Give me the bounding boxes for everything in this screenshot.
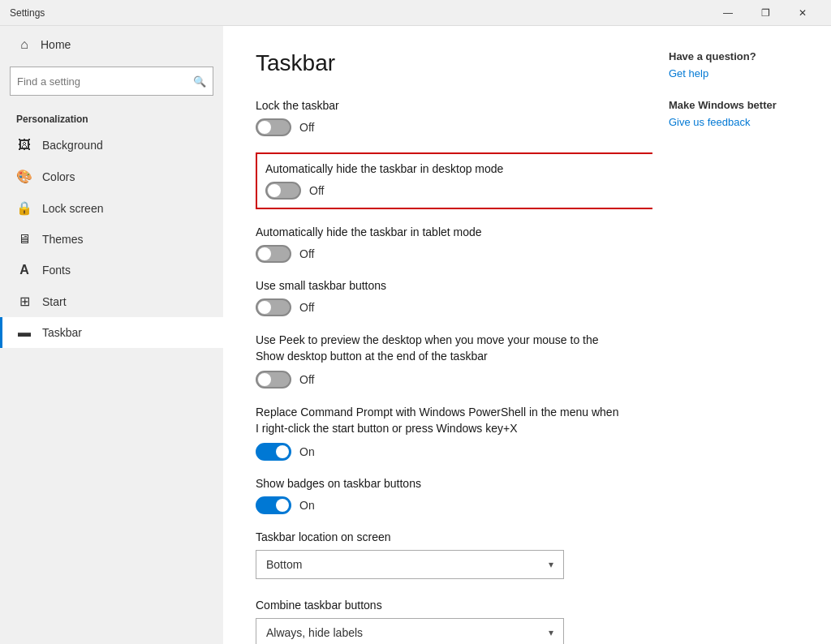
taskbar-icon: ▬ (16, 325, 32, 340)
lock-taskbar-label: Lock the taskbar (256, 99, 620, 112)
give-feedback-link[interactable]: Give us feedback (669, 116, 815, 128)
setting-badges: Show badges on taskbar buttons On (256, 477, 620, 514)
taskbar-location-value: Bottom (266, 558, 302, 571)
combine-buttons-value: Always, hide labels (266, 626, 363, 639)
lock-taskbar-toggle-label: Off (299, 121, 314, 134)
lock-taskbar-toggle-row: Off (256, 118, 620, 136)
search-input[interactable] (17, 75, 193, 88)
auto-hide-tablet-toggle[interactable] (256, 245, 291, 263)
powershell-toggle-label: On (299, 445, 315, 458)
combine-buttons-label: Combine taskbar buttons (256, 599, 620, 612)
sidebar-label-start: Start (42, 295, 67, 308)
have-question-label: Have a question? (669, 50, 815, 62)
sidebar: ⌂ Home 🔍 Personalization 🖼 Background 🎨 … (0, 26, 223, 644)
fonts-icon: A (16, 263, 32, 277)
sidebar-item-colors[interactable]: 🎨 Colors (0, 161, 223, 192)
app-title: Settings (10, 7, 45, 19)
powershell-label: Replace Command Prompt with Windows Powe… (256, 405, 620, 436)
auto-hide-tablet-toggle-row: Off (256, 245, 620, 263)
main-content: Taskbar Lock the taskbar Off Automatical… (223, 26, 652, 644)
setting-powershell: Replace Command Prompt with Windows Powe… (256, 405, 620, 461)
maximize-button[interactable]: ❐ (747, 0, 784, 26)
setting-lock-taskbar: Lock the taskbar Off (256, 99, 620, 136)
small-buttons-toggle-label: Off (299, 301, 314, 314)
home-icon: ⌂ (16, 37, 32, 52)
taskbar-location-row: Taskbar location on screen Bottom ▾ (256, 530, 620, 579)
auto-hide-tablet-label: Automatically hide the taskbar in tablet… (256, 225, 620, 238)
highlighted-auto-hide-desktop: Automatically hide the taskbar in deskto… (256, 152, 652, 209)
setting-peek: Use Peek to preview the desktop when you… (256, 333, 620, 389)
powershell-toggle[interactable] (256, 443, 291, 461)
sidebar-label-taskbar: Taskbar (42, 326, 82, 339)
sidebar-label-lock-screen: Lock screen (42, 202, 103, 215)
get-help-link[interactable]: Get help (669, 67, 815, 79)
sidebar-item-lock-screen[interactable]: 🔒 Lock screen (0, 192, 223, 224)
taskbar-location-dropdown[interactable]: Bottom ▾ (256, 550, 564, 579)
search-box: 🔍 (10, 67, 213, 96)
sidebar-item-taskbar[interactable]: ▬ Taskbar (0, 317, 223, 348)
sidebar-item-home[interactable]: ⌂ Home (0, 26, 223, 63)
sidebar-section-title: Personalization (0, 105, 223, 130)
combine-buttons-chevron: ▾ (549, 627, 553, 638)
small-buttons-toggle[interactable] (256, 298, 291, 316)
taskbar-location-label: Taskbar location on screen (256, 530, 620, 543)
small-buttons-label: Use small taskbar buttons (256, 279, 620, 292)
sidebar-home-label: Home (41, 38, 71, 51)
sidebar-item-fonts[interactable]: A Fonts (0, 255, 223, 286)
peek-toggle-label: Off (299, 373, 314, 386)
taskbar-location-chevron: ▾ (549, 559, 553, 570)
combine-buttons-dropdown[interactable]: Always, hide labels ▾ (256, 618, 564, 644)
sidebar-item-background[interactable]: 🖼 Background (0, 130, 223, 161)
badges-toggle-row: On (256, 496, 620, 514)
sidebar-label-themes: Themes (42, 233, 84, 246)
peek-toggle[interactable] (256, 371, 291, 389)
page-title: Taskbar (256, 50, 620, 76)
small-buttons-toggle-row: Off (256, 298, 620, 316)
peek-toggle-row: Off (256, 371, 620, 389)
auto-hide-desktop-toggle-row: Off (265, 182, 652, 200)
powershell-toggle-row: On (256, 443, 620, 461)
window-controls: — ❐ ✕ (709, 0, 821, 26)
background-icon: 🖼 (16, 138, 32, 152)
auto-hide-tablet-toggle-label: Off (299, 247, 314, 260)
setting-small-buttons: Use small taskbar buttons Off (256, 279, 620, 316)
make-windows-better-label: Make Windows better (669, 99, 815, 111)
auto-hide-desktop-toggle-label: Off (309, 184, 324, 197)
close-button[interactable]: ✕ (784, 0, 821, 26)
peek-label: Use Peek to preview the desktop when you… (256, 333, 620, 364)
sidebar-item-themes[interactable]: 🖥 Themes (0, 224, 223, 255)
sidebar-label-colors: Colors (42, 170, 75, 183)
lock-screen-icon: 🔒 (16, 200, 32, 216)
lock-taskbar-toggle[interactable] (256, 118, 291, 136)
titlebar: Settings — ❐ ✕ (0, 0, 831, 26)
sidebar-item-start[interactable]: ⊞ Start (0, 286, 223, 317)
right-panel: Have a question? Get help Make Windows b… (652, 26, 831, 644)
setting-auto-hide-tablet: Automatically hide the taskbar in tablet… (256, 225, 620, 263)
auto-hide-desktop-label: Automatically hide the taskbar in deskto… (265, 162, 652, 175)
sidebar-label-fonts: Fonts (42, 264, 71, 277)
start-icon: ⊞ (16, 294, 32, 309)
badges-label: Show badges on taskbar buttons (256, 477, 620, 490)
search-icon: 🔍 (193, 75, 206, 88)
minimize-button[interactable]: — (709, 0, 747, 26)
colors-icon: 🎨 (16, 169, 32, 184)
app-container: ⌂ Home 🔍 Personalization 🖼 Background 🎨 … (0, 26, 831, 644)
badges-toggle[interactable] (256, 496, 291, 514)
themes-icon: 🖥 (16, 232, 32, 247)
sidebar-label-background: Background (42, 139, 103, 152)
badges-toggle-label: On (299, 499, 315, 512)
combine-buttons-row: Combine taskbar buttons Always, hide lab… (256, 599, 620, 644)
auto-hide-desktop-toggle[interactable] (265, 182, 301, 200)
